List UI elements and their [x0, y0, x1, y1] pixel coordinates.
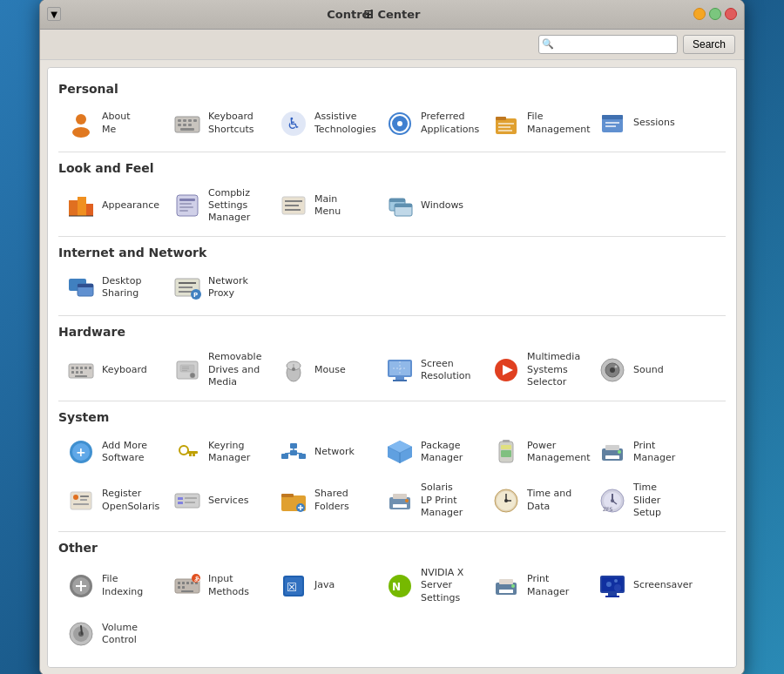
- item-shared-folders[interactable]: SharedFolders: [271, 476, 375, 524]
- item-network-proxy[interactable]: P NetworkProxy: [165, 266, 269, 308]
- item-desktop-sharing[interactable]: DesktopSharing: [58, 266, 163, 308]
- item-preferred-applications[interactable]: PreferredApplications: [377, 103, 482, 145]
- nvidia-icon: N: [384, 570, 416, 602]
- item-register-opensolaris[interactable]: RegisterOpenSolaris: [58, 476, 163, 524]
- svg-rect-35: [285, 200, 302, 202]
- svg-point-15: [397, 121, 402, 126]
- add-more-software-label: Add MoreSoftware: [102, 440, 147, 465]
- item-time-and-data[interactable]: Time andData: [483, 476, 588, 524]
- close-button[interactable]: [725, 8, 737, 20]
- solaris-lp-print-label: SolarisLP PrintManager: [421, 482, 463, 519]
- svg-point-164: [511, 584, 515, 588]
- item-multimedia[interactable]: MultimediaSystemsSelector: [483, 346, 588, 394]
- item-appearance[interactable]: Appearance: [58, 182, 163, 230]
- svg-point-168: [614, 579, 618, 583]
- desktop-sharing-icon: [65, 272, 97, 303]
- section-look-and-feel: Look and Feel Appearance: [58, 161, 726, 230]
- svg-rect-56: [89, 367, 91, 369]
- item-main-menu[interactable]: MainMenu: [271, 182, 375, 230]
- svg-point-70: [292, 367, 295, 371]
- svg-point-128: [405, 499, 409, 502]
- svg-rect-152: [181, 590, 193, 592]
- window-buttons: [693, 8, 737, 20]
- svg-rect-18: [498, 123, 514, 125]
- svg-rect-171: [605, 596, 619, 597]
- svg-rect-112: [80, 495, 89, 497]
- search-button[interactable]: Search: [683, 35, 735, 54]
- item-screensaver[interactable]: Screensaver: [590, 562, 694, 610]
- svg-rect-4: [183, 119, 186, 122]
- item-keyboard-shortcuts[interactable]: KeyboardShortcuts: [165, 103, 269, 145]
- search-input[interactable]: [538, 35, 678, 54]
- file-indexing-label: FileIndexing: [102, 573, 143, 598]
- section-personal: Personal AboutMe: [58, 82, 726, 145]
- preferred-applications-icon: [384, 108, 416, 139]
- volume-control-icon: [65, 618, 97, 650]
- screen-resolution-icon: [384, 354, 416, 386]
- shade-button[interactable]: ▼: [47, 7, 61, 21]
- print-manager-2-icon: [490, 570, 522, 602]
- svg-rect-121: [281, 494, 294, 497]
- mouse-label: Mouse: [314, 364, 346, 376]
- shared-folders-icon: [278, 485, 309, 516]
- compbiz-icon: [172, 190, 203, 221]
- svg-rect-73: [395, 377, 404, 380]
- section-hardware: Hardware: [58, 325, 726, 394]
- svg-rect-22: [602, 115, 623, 119]
- item-sessions[interactable]: Sessions: [590, 103, 694, 145]
- keyboard-shortcuts-label: KeyboardShortcuts: [208, 111, 254, 136]
- item-windows[interactable]: Windows: [377, 182, 482, 230]
- print-manager-label: PrintManager: [633, 440, 675, 465]
- section-system-items: + Add MoreSoftware KeyringMana: [58, 431, 726, 473]
- item-print-manager[interactable]: PrintManager: [590, 431, 694, 473]
- svg-rect-41: [395, 204, 412, 207]
- item-nvidia-settings[interactable]: N NVIDIA XServerSettings: [377, 562, 482, 610]
- item-removable-drives[interactable]: RemovableDrives andMedia: [165, 346, 269, 394]
- svg-rect-57: [71, 371, 74, 374]
- minimize-button[interactable]: [693, 8, 706, 20]
- item-solaris-lp-print[interactable]: SolarisLP PrintManager: [377, 476, 482, 524]
- svg-rect-113: [80, 499, 87, 501]
- item-screen-resolution[interactable]: ScreenResolution: [377, 346, 482, 394]
- item-volume-control[interactable]: VolumeControl: [58, 613, 163, 655]
- item-power-management[interactable]: PowerManagement: [483, 431, 588, 473]
- svg-text:+: +: [76, 445, 86, 459]
- time-and-data-label: Time andData: [527, 488, 571, 513]
- svg-point-109: [618, 450, 621, 454]
- svg-rect-3: [178, 119, 181, 122]
- maximize-button[interactable]: [709, 8, 721, 20]
- svg-rect-27: [86, 204, 93, 216]
- item-assistive-technologies[interactable]: ♿ AssistiveTechnologies: [271, 103, 375, 145]
- item-add-more-software[interactable]: + Add MoreSoftware: [58, 431, 163, 473]
- java-icon: ✕ ☒: [278, 570, 309, 602]
- svg-point-1: [72, 127, 90, 138]
- svg-rect-19: [498, 126, 510, 128]
- svg-rect-150: [178, 586, 180, 589]
- item-network[interactable]: Network: [271, 431, 375, 473]
- main-menu-label: MainMenu: [314, 193, 341, 219]
- item-compbiz-settings[interactable]: CompbizSettingsManager: [165, 182, 269, 230]
- time-and-data-icon: [490, 485, 522, 516]
- item-file-management[interactable]: FileManagement: [483, 103, 588, 145]
- shared-folders-label: SharedFolders: [314, 488, 349, 513]
- svg-rect-33: [179, 210, 188, 212]
- item-keyboard[interactable]: Keyboard: [58, 346, 163, 394]
- section-other-items: FileIndexing: [58, 562, 726, 610]
- item-sound[interactable]: Sound: [590, 346, 694, 394]
- item-time-slider-setup[interactable]: ZFS TimeSliderSetup: [590, 476, 694, 524]
- item-print-manager-2[interactable]: PrintManager: [483, 562, 588, 610]
- svg-rect-31: [179, 203, 192, 205]
- svg-rect-90: [281, 454, 288, 459]
- item-java[interactable]: ✕ ☒ Java: [271, 562, 375, 610]
- svg-rect-127: [393, 504, 407, 508]
- item-services[interactable]: Services: [165, 476, 269, 524]
- item-file-indexing[interactable]: FileIndexing: [58, 562, 163, 610]
- item-keyring-manager[interactable]: KeyringManager: [165, 431, 269, 473]
- item-mouse[interactable]: Mouse: [271, 346, 375, 394]
- windows-label: Windows: [421, 199, 463, 212]
- item-package-manager[interactable]: PackageManager: [377, 431, 482, 473]
- item-input-methods[interactable]: あ InputMethods: [165, 562, 269, 610]
- item-about-me[interactable]: AboutMe: [58, 103, 163, 145]
- time-slider-setup-label: TimeSliderSetup: [633, 482, 661, 519]
- volume-control-label: VolumeControl: [102, 622, 138, 647]
